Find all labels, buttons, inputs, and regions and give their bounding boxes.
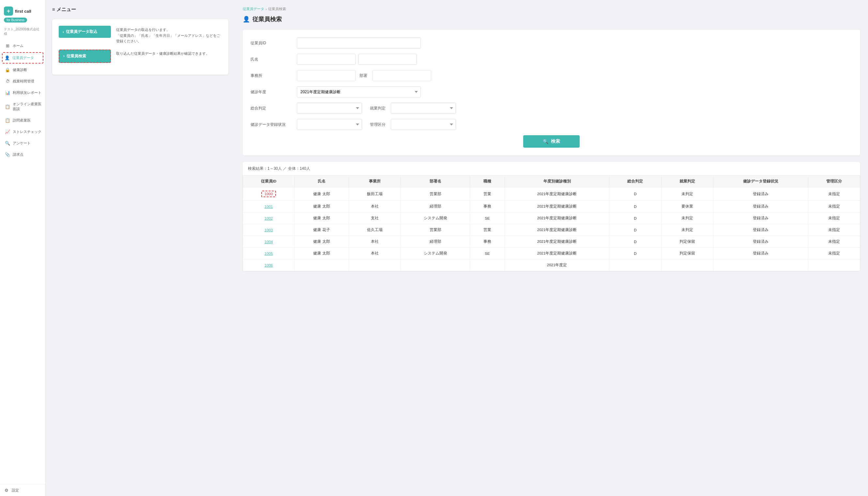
cell-office: 佐久工場: [349, 224, 401, 236]
dept-label: 部署: [359, 73, 367, 79]
col-mgmt: 管理区分: [808, 176, 860, 187]
office-input[interactable]: [297, 70, 356, 81]
management-select[interactable]: [391, 119, 456, 130]
left-panel: ≡ メニュー › 従業員データ取込 従業員データの取込を行います。 「従業員の」…: [46, 0, 235, 496]
sidebar-item-settings[interactable]: ⚙ 設定: [0, 484, 45, 496]
form-row-office-dept: 事務所 部署: [251, 70, 852, 81]
table-row[interactable]: 1003健康 花子佐久工場営業部営業2021年度定期健康診断D未判定登録済み未指…: [243, 224, 860, 236]
sidebar-item-label: 訪問産業医: [13, 118, 31, 123]
employee-id-cell[interactable]: 1001: [265, 205, 273, 208]
work-judgment-select[interactable]: [391, 103, 456, 114]
management-label: 管理区分: [370, 122, 386, 127]
employee-id-cell[interactable]: 1006: [265, 263, 273, 267]
cell-status: 登録済み: [713, 236, 808, 248]
cell-mgmt: 未指定: [808, 248, 860, 259]
cell-overall: D: [609, 248, 661, 259]
overall-judgment-select[interactable]: [297, 103, 362, 114]
cell-job: 営業: [470, 224, 505, 236]
employee-id-cell[interactable]: 1005: [265, 252, 273, 255]
cell-overall: D: [609, 224, 661, 236]
search-button[interactable]: 🔍 検索: [523, 135, 580, 148]
logo-main: + first call: [4, 6, 31, 16]
employee-search-button[interactable]: › 従業員検索: [59, 49, 111, 63]
cell-office: 飯田工場: [349, 187, 401, 201]
sidebar-logo: + first call for Business: [0, 0, 45, 25]
cell-overall: D: [609, 213, 661, 224]
checkup-year-select[interactable]: 2021年度定期健康診断: [297, 87, 421, 97]
table-row[interactable]: 1000健康 太郎飯田工場営業部営業2021年度定期健康診断D未判定登録済み未指…: [243, 187, 860, 201]
cell-checkup_type: 2021年度定期健康診断: [505, 201, 609, 213]
chart-icon: 📊: [5, 90, 10, 95]
dept-input[interactable]: [373, 70, 431, 81]
name-inputs: [297, 54, 417, 65]
bookmark-icon: 📎: [5, 152, 10, 157]
sidebar-item-label: ストレスチェック: [13, 129, 42, 134]
sidebar-item-online-medical[interactable]: 📋 オンライン産業医面談: [0, 98, 45, 115]
cell-job: SE: [470, 248, 505, 259]
sidebar-item-bookmarks[interactable]: 📎 請求点: [0, 149, 45, 160]
sidebar-item-overtime[interactable]: ⏱ 残業時間管理: [0, 76, 45, 87]
sidebar-item-label: 従業員データ: [12, 56, 34, 60]
cell-work: 判定保留: [661, 236, 713, 248]
results-table: 従業員ID 氏名 事業所 部署名 職種 年度別健診種別 総合判定 就業判定 健診…: [243, 175, 860, 271]
breadcrumb-root[interactable]: 従業員データ: [243, 6, 264, 11]
form-row-status-mgmt: 健診データ登録状況 管理区分: [251, 119, 852, 130]
menu-title: ≡ メニュー: [52, 6, 228, 13]
search-small-icon: 🔍: [5, 141, 10, 146]
results-summary: 検索結果：1～30人 ／ 全体：140人: [243, 162, 860, 175]
table-row[interactable]: 1001健康 太郎本社経理部事務2021年度定期健康診断D要休業登録済み未指定: [243, 201, 860, 213]
cell-name: 健康 花子: [295, 224, 349, 236]
name-last-input[interactable]: [297, 54, 356, 65]
logo-business-tag: for Business: [4, 18, 27, 22]
chevron-right-icon: ›: [63, 54, 64, 58]
form-row-name: 氏名: [251, 54, 852, 65]
cell-checkup_type: 2021年度定期健康診断: [505, 248, 609, 259]
name-label: 氏名: [251, 57, 293, 62]
search-form: 従業員ID 氏名 事務所 部署: [243, 30, 860, 155]
page-title: 👤 従業員検索: [243, 15, 860, 23]
breadcrumb-separator: ›: [266, 7, 267, 11]
employee-id-input[interactable]: [297, 37, 421, 49]
search-icon: 🔍: [543, 139, 548, 144]
employee-id-cell[interactable]: 1004: [265, 240, 273, 244]
employee-icon: 👤: [4, 56, 10, 60]
name-first-input[interactable]: [358, 54, 417, 65]
sidebar-item-stress-check[interactable]: 📈 ストレスチェック: [0, 126, 45, 138]
employee-id-cell-highlighted[interactable]: 1000: [261, 191, 276, 197]
employee-import-button[interactable]: › 従業員データ取込: [59, 26, 111, 38]
checkup-status-select[interactable]: [297, 119, 362, 130]
table-row[interactable]: 1002健康 太郎支社システム開発SE2021年度定期健康診断D未判定登録済み未…: [243, 213, 860, 224]
cell-job: [470, 259, 505, 271]
sidebar-item-health-checkup[interactable]: 🔒 健康診断: [0, 64, 45, 76]
cell-overall: [609, 259, 661, 271]
sidebar-item-employee-data[interactable]: 👤 従業員データ: [2, 52, 43, 64]
employee-id-label: 従業員ID: [251, 41, 293, 46]
sidebar-item-survey[interactable]: 🔍 アンケート: [0, 138, 45, 149]
cell-checkup_type: 2021年度定期健康診断: [505, 187, 609, 201]
employee-id-cell[interactable]: 1003: [265, 228, 273, 232]
table-row[interactable]: 1005健康 太郎本社システム開発SE2021年度定期健康診断D判定保留登録済み…: [243, 248, 860, 259]
sidebar-item-label: オンライン産業医面談: [13, 102, 42, 111]
sidebar-item-label: 請求点: [13, 152, 24, 157]
search-description: 取り込んだ従業員データ・健康診断結果が確認できます。: [116, 49, 209, 57]
cell-work: 要休業: [661, 201, 713, 213]
cell-mgmt: 未指定: [808, 236, 860, 248]
settings-label: 設定: [12, 488, 19, 493]
cell-job: 事務: [470, 201, 505, 213]
table-row[interactable]: 10062021年度定: [243, 259, 860, 271]
cell-status: 登録済み: [713, 248, 808, 259]
cell-mgmt: [808, 259, 860, 271]
col-job: 職種: [470, 176, 505, 187]
sidebar-item-home[interactable]: ⊞ ホーム: [0, 40, 45, 51]
employee-id-cell[interactable]: 1002: [265, 216, 273, 220]
results-table-area[interactable]: 従業員ID 氏名 事業所 部署名 職種 年度別健診種別 総合判定 就業判定 健診…: [243, 175, 860, 271]
cell-work: 判定保留: [661, 248, 713, 259]
sidebar-item-usage-report[interactable]: 📊 利用状況レポート: [0, 87, 45, 98]
sidebar-item-visiting-doctor[interactable]: 📋 訪問産業医: [0, 115, 45, 126]
col-office: 事業所: [349, 176, 401, 187]
table-row[interactable]: 1004健康 太郎本社経理部事務2021年度定期健康診断D判定保留登録済み未指定: [243, 236, 860, 248]
sidebar: + first call for Business テスト_202009株式会社…: [0, 0, 46, 496]
cell-name: 健康 太郎: [295, 248, 349, 259]
chevron-right-icon: ›: [63, 30, 64, 34]
cell-job: SE: [470, 213, 505, 224]
